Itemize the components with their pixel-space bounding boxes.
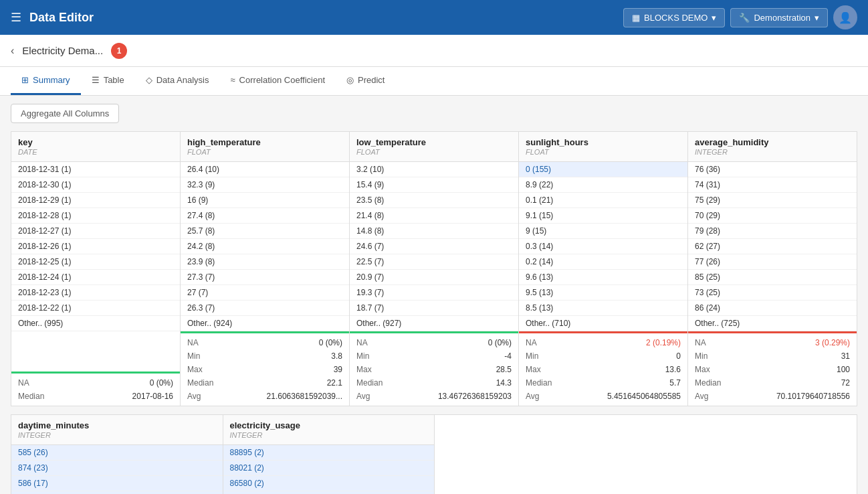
list-item: 2018-12-28 (1) [11, 208, 180, 224]
project-title: Electricity Dema... [22, 45, 103, 56]
stat-median: Median 2017-08-16 [11, 390, 180, 403]
column-low-temperature-name: low_temperature [356, 137, 512, 147]
list-item: 26.4 (10) [181, 162, 349, 177]
menu-icon[interactable]: ☰ [11, 10, 21, 25]
wrench-icon: 🔧 [739, 13, 750, 23]
correlation-tab-icon: ≈ [230, 75, 235, 85]
stat-value: 31 [841, 351, 850, 361]
stat-label: Max [356, 365, 372, 374]
stat-label: NA [18, 378, 29, 388]
list-item: 77 (26) [688, 254, 857, 270]
list-item: 23.5 (8) [350, 193, 518, 208]
stat-value: 39 [334, 365, 342, 374]
predict-tab-icon: ◎ [346, 75, 354, 85]
column-daytime-minutes-name: daytime_minutes [18, 420, 216, 430]
stat-label: Median [526, 378, 552, 388]
list-item: 85 (25) [688, 270, 857, 285]
tab-summary[interactable]: ⊞ Summary [11, 67, 81, 95]
stat-value: 5.451645064805585 [607, 392, 681, 401]
column-key: key DATE 2018-12-31 (1) 2018-12-30 (1) 2… [11, 132, 181, 406]
list-item: 2018-12-23 (1) [11, 285, 180, 301]
stat-value: 70.10179640718556 [776, 392, 850, 401]
back-button[interactable]: ‹ [11, 45, 14, 57]
main-content: Aggregate All Columns key DATE 2018-12-3… [0, 96, 868, 494]
stat-value: 22.1 [327, 378, 342, 388]
predict-tab-label: Predict [358, 75, 385, 85]
tab-correlation[interactable]: ≈ Correlation Coefficient [219, 67, 336, 95]
column-low-temperature: low_temperature FLOAT 3.2 (10) 15.4 (9) … [350, 132, 519, 406]
stat-value: 0 (0%) [150, 378, 173, 388]
data-grid-row2: daytime_minutes INTEGER 585 (26) 874 (23… [11, 414, 857, 494]
stat-na: NA 3 (0.29%) [688, 336, 857, 349]
stat-min: Min 31 [688, 349, 857, 363]
column-average-humidity-stats: NA 3 (0.29%) Min 31 Max 100 Median 72 Av… [688, 333, 857, 406]
stat-label: Max [695, 365, 710, 374]
list-item: 20.9 (7) [350, 270, 518, 285]
stat-value: -4 [504, 351, 512, 361]
stat-na: NA 2 (0.19%) [519, 336, 687, 349]
column-electricity-usage-type: INTEGER [230, 431, 428, 439]
user-avatar[interactable]: 👤 [833, 5, 857, 29]
stat-label: Median [356, 378, 383, 388]
stat-label: Max [526, 365, 541, 374]
stat-label: Avg [695, 392, 708, 401]
tab-table[interactable]: ☰ Table [81, 67, 135, 95]
stat-na: NA 0 (0%) [350, 336, 518, 349]
list-item: 24.6 (7) [350, 239, 518, 254]
stat-value: 13.6 [665, 365, 681, 374]
column-electricity-usage-name: electricity_usage [230, 420, 428, 430]
list-item: 0.3 (14) [519, 239, 687, 254]
column-sunlight-hours-rows: 0 (155) 8.9 (22) 0.1 (21) 9.1 (15) 9 (15… [519, 162, 687, 331]
stat-avg: Avg 70.10179640718556 [688, 390, 857, 403]
list-item: 9.5 (13) [519, 285, 687, 301]
list-item: 8.9 (22) [519, 177, 687, 193]
blocks-demo-label: BLOCKS DEMO [644, 13, 708, 23]
list-item: 26.3 (7) [181, 301, 349, 316]
stat-label: Median [187, 378, 213, 388]
stat-value: 3 (0.29%) [815, 338, 850, 347]
stat-label: NA [695, 338, 706, 347]
column-daytime-minutes: daytime_minutes INTEGER 585 (26) 874 (23… [11, 415, 223, 494]
list-item: 873 (16) [11, 491, 223, 494]
notification-badge: 1 [111, 43, 127, 59]
list-item: 2018-12-31 (1) [11, 162, 180, 177]
list-item: Other.. (927) [350, 316, 518, 331]
stat-na: NA 0 (0%) [11, 376, 180, 390]
data-grid-row1: key DATE 2018-12-31 (1) 2018-12-30 (1) 2… [11, 131, 857, 406]
list-item: 88895 (2) [223, 445, 435, 461]
list-item: 32.3 (9) [181, 177, 349, 193]
column-average-humidity: average_humidity INTEGER 76 (36) 74 (31)… [688, 132, 857, 406]
demonstration-button[interactable]: 🔧 Demonstration ▾ [730, 8, 828, 27]
column-average-humidity-name: average_humidity [695, 137, 850, 147]
stat-value: 28.5 [496, 365, 512, 374]
column-low-temperature-stats: NA 0 (0%) Min -4 Max 28.5 Median 14.3 Av… [350, 333, 518, 406]
stat-value: 2 (0.19%) [646, 338, 681, 347]
stat-max: Max 13.6 [519, 363, 687, 376]
list-item: 15.4 (9) [350, 177, 518, 193]
stat-avg: Avg 21.6063681592039... [181, 390, 349, 403]
stat-median: Median 14.3 [350, 376, 518, 390]
blocks-demo-button[interactable]: ▦ BLOCKS DEMO ▾ [623, 8, 725, 27]
list-item: 76 (36) [688, 162, 857, 177]
stat-label: Median [18, 392, 44, 401]
tab-predict[interactable]: ◎ Predict [336, 67, 395, 95]
tab-data-analysis[interactable]: ◇ Data Analysis [135, 67, 220, 95]
stat-max: Max 28.5 [350, 363, 518, 376]
chevron-down-icon: ▾ [712, 13, 716, 23]
stat-median: Median 72 [688, 376, 857, 390]
stat-label: Min [187, 351, 200, 361]
column-key-type: DATE [18, 148, 173, 156]
column-electricity-usage: electricity_usage INTEGER 88895 (2) 8802… [223, 415, 435, 494]
aggregate-all-columns-button[interactable]: Aggregate All Columns [11, 104, 119, 123]
correlation-tab-label: Correlation Coefficient [239, 75, 325, 85]
list-item: 2018-12-27 (1) [11, 224, 180, 239]
header-right: ▦ BLOCKS DEMO ▾ 🔧 Demonstration ▾ 👤 [623, 5, 857, 29]
stat-value: 14.3 [496, 378, 512, 388]
stat-label: Min [356, 351, 369, 361]
stat-na: NA 0 (0%) [181, 336, 349, 349]
list-item: Other.. (924) [181, 316, 349, 331]
list-item: 88021 (2) [223, 461, 435, 476]
column-low-temperature-rows: 3.2 (10) 15.4 (9) 23.5 (8) 21.4 (8) 14.8… [350, 162, 518, 331]
column-daytime-minutes-header: daytime_minutes INTEGER [11, 415, 223, 445]
list-item: 2018-12-22 (1) [11, 301, 180, 316]
